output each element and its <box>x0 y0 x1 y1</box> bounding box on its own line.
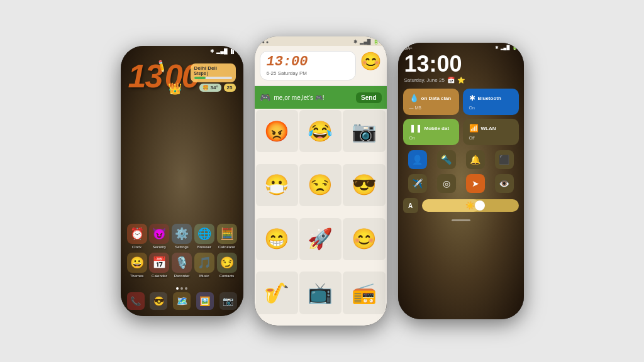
emoji-10[interactable]: 🎷 <box>256 272 298 314</box>
calendar-app-label: Calendar <box>152 274 167 278</box>
bluetooth-tile-icon: ✱ <box>469 94 475 102</box>
calendar-app-icon: 📅 <box>149 253 169 273</box>
wlan-subtitle: Off <box>469 136 513 140</box>
status-bar-1: ✱ ▂▄█ ▐▌ <box>121 46 243 55</box>
app-browser[interactable]: 🌐 Browser <box>194 224 214 249</box>
tile-bluetooth[interactable]: ✱ Bluetooth On <box>463 89 519 115</box>
game-icon: 🎮 <box>260 92 270 102</box>
app-music[interactable]: 🎵 Music <box>194 253 214 278</box>
bottom-icon-3[interactable]: 🗺️ <box>173 292 191 310</box>
emoji-6[interactable]: 😎 <box>343 164 385 206</box>
clock-app-icon: ⏰ <box>127 224 147 244</box>
themes-app-label: Themes <box>130 274 144 278</box>
chat-time: 13:00 <box>267 55 349 69</box>
settings-app-label: Settings <box>175 245 189 249</box>
bottom-icon-4[interactable]: 🖼️ <box>196 292 214 310</box>
emoji-11[interactable]: 📺 <box>299 272 341 314</box>
emoji-face-widget: 😊 <box>360 51 382 72</box>
tile-mobile[interactable]: ❚❚ Mobile dat On <box>403 119 459 145</box>
chat-bubble: 13:00 6-25 Saturday PM <box>260 51 356 80</box>
app-contacts[interactable]: 😏 Contacts <box>217 253 237 278</box>
emoji-3[interactable]: 📷 <box>343 110 385 152</box>
bluetooth-icon: ✱ <box>210 48 214 54</box>
mobile-icon: ❚❚ <box>409 124 422 133</box>
page-dots <box>176 287 187 290</box>
screen-2: ● ● ✱ ▂▄█ 🔋 13:00 6-25 Saturday PM 😊 🎮 m… <box>255 36 387 326</box>
data-icon: 💧 <box>409 94 419 102</box>
status-icons-3: ✱ ▂▄█ 🔋 <box>495 45 518 50</box>
clock-app-label: Clock <box>132 245 142 249</box>
calculator-app-icon: 🧮 <box>217 224 237 244</box>
emoji-12[interactable]: 📻 <box>343 272 385 314</box>
brightness-bar[interactable]: ☀️ <box>422 199 519 212</box>
data-subtitle: — MB <box>409 106 453 110</box>
browser-app-icon: 🌐 <box>194 224 214 244</box>
quick-tiles-grid: 💧 on Data clan — MB ✱ Bluetooth On ❚❚ M <box>398 86 524 148</box>
app-clock[interactable]: ⏰ Clock <box>127 224 147 249</box>
bluetooth-title: Bluetooth <box>478 96 501 101</box>
brightness-handle <box>475 200 485 211</box>
emoji-2[interactable]: 😂 <box>299 110 341 152</box>
ctrl-row-2: ✈️ ◎ ➤ 👁️ <box>398 172 524 195</box>
emoji-4[interactable]: 😷 <box>256 164 298 206</box>
ctrl-focus-icon[interactable]: ◎ <box>437 174 456 193</box>
home-indicator <box>452 219 470 221</box>
app-recorder[interactable]: 🎙️ Recorder <box>172 253 192 278</box>
app-themes[interactable]: 😀 Themes <box>127 253 147 278</box>
chat-input-text[interactable]: me,or me,let's 🎮! <box>274 94 353 101</box>
dot-1 <box>176 287 179 290</box>
tile-wlan[interactable]: 📶 WLAN Off <box>463 119 519 145</box>
bluetooth-subtitle: On <box>469 106 513 110</box>
themes-app-icon: 😀 <box>127 253 147 273</box>
data-title: on Data clan <box>421 96 452 101</box>
ctrl-eye-icon[interactable]: 👁️ <box>495 174 514 193</box>
signal-icon-3: ▂▄█ <box>501 45 510 50</box>
chat-input-bar: 🎮 me,or me,let's 🎮! Send <box>255 86 387 109</box>
calculator-app-label: Calculator <box>218 245 235 249</box>
ctrl-location-icon[interactable]: ➤ <box>466 174 485 193</box>
steps-bar <box>194 77 232 79</box>
carrier-label: SA+ <box>404 46 413 50</box>
app-settings[interactable]: ⚙️ Settings <box>172 224 192 249</box>
a-label: A <box>403 198 418 213</box>
music-app-label: Music <box>199 274 209 278</box>
recorder-app-icon: 🎙️ <box>172 253 192 273</box>
emoji-1[interactable]: 😡 <box>256 110 298 152</box>
ctrl-flash-icon[interactable]: 🔦 <box>437 150 456 169</box>
app-calendar[interactable]: 📅 Calendar <box>149 253 169 278</box>
temp-box: 🍔 34° <box>199 84 221 92</box>
emoji-9[interactable]: 😊 <box>343 218 385 260</box>
temp-value: 34° <box>210 85 218 90</box>
bottom-icon-2[interactable]: 😎 <box>150 292 167 310</box>
emoji-8[interactable]: 🚀 <box>299 218 341 260</box>
brightness-row: A ☀️ <box>398 195 524 216</box>
phone-3: SA+ ✱ ▂▄█ 🔋 13:00 Saturday, June 25 📅 ⭐ … <box>398 43 524 319</box>
bt-icon-2: ✱ <box>353 39 358 45</box>
tile-data[interactable]: 💧 on Data clan — MB <box>403 89 459 115</box>
phone-2: ● ● ✱ ▂▄█ 🔋 13:00 6-25 Saturday PM 😊 🎮 m… <box>255 36 387 326</box>
bottom-icon-1[interactable]: 📞 <box>127 292 145 310</box>
camera-cutout: ● ● <box>262 40 269 44</box>
star-icon-3: ⭐ <box>457 77 465 84</box>
signal-icon-2: ▂▄█ <box>360 39 370 45</box>
bottom-icons-row: 📞 😎 🗺️ 🖼️ 📷 <box>127 292 237 310</box>
status-icons-2: ✱ ▂▄█ 🔋 <box>353 39 379 45</box>
app-calculator[interactable]: 🧮 Calculator <box>217 224 237 249</box>
wlan-title: WLAN <box>481 126 496 131</box>
emoji-7[interactable]: 😁 <box>256 218 298 260</box>
recorder-app-label: Recorder <box>174 274 190 278</box>
sun-icon: ☀️ <box>465 201 475 210</box>
music-app-icon: 🎵 <box>194 253 214 273</box>
ctrl-bell-icon[interactable]: 🔔 <box>466 150 485 169</box>
app-security[interactable]: 😈 Security <box>149 224 169 249</box>
ctrl-person-icon[interactable]: 👤 <box>408 150 427 169</box>
emoji-5[interactable]: 😒 <box>299 164 341 206</box>
steps-title: Delhi Deli <box>194 65 232 71</box>
chat-widget: 13:00 6-25 Saturday PM 😊 <box>255 46 387 86</box>
ctrl-screen-icon[interactable]: ⬛ <box>495 150 514 169</box>
date-3: Saturday, June 25 📅 ⭐ <box>398 77 524 86</box>
wlan-icon: 📶 <box>469 124 479 133</box>
bottom-icon-5[interactable]: 📷 <box>219 292 237 310</box>
send-button[interactable]: Send <box>356 92 381 103</box>
ctrl-airplane-icon[interactable]: ✈️ <box>408 174 427 193</box>
